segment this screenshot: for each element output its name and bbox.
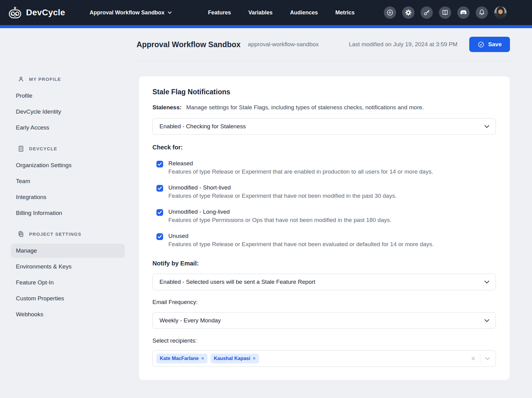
checkbox[interactable] <box>156 161 163 167</box>
email-frequency-label: Email Frequency: <box>152 299 496 306</box>
sidebar-item-label: DevCycle Identity <box>16 108 61 115</box>
sidebar-item[interactable]: Early Access <box>11 121 125 135</box>
sidebar-item[interactable]: Integrations <box>11 190 125 204</box>
check-texts: Released Features of type Release or Exp… <box>168 160 433 175</box>
check-description: Features of type Release or Experiment t… <box>168 193 397 199</box>
remove-tag-icon[interactable]: × <box>253 356 256 361</box>
checkbox[interactable] <box>156 185 163 192</box>
sidebar-section-header: MY PROFILE <box>11 76 135 83</box>
check-row: Released Features of type Release or Exp… <box>152 160 496 175</box>
app-root: DevCycle Approval Workflow Sandbox Featu… <box>0 0 532 398</box>
staleness-label: Staleness: <box>152 104 182 111</box>
navbar-icon-group <box>384 6 507 19</box>
notifications-button[interactable] <box>476 6 488 19</box>
sidebar-items: Organization Settings Team Integrations … <box>11 158 135 220</box>
sidebar-item-label: Billing Information <box>16 210 62 216</box>
recipient-name: Kate MacFarlane <box>160 356 199 361</box>
sidebar-item[interactable]: Organization Settings <box>11 158 125 172</box>
gear-icon <box>405 9 412 16</box>
nav-link[interactable]: Variables <box>248 9 272 16</box>
chevron-down-icon[interactable] <box>485 357 490 360</box>
user-avatar[interactable] <box>494 6 507 19</box>
check-label: Unused <box>168 233 434 239</box>
check-list: Released Features of type Release or Exp… <box>152 160 496 248</box>
devcycle-robot-icon <box>8 6 22 19</box>
recipients-controls: × <box>471 354 490 363</box>
sidebar-section-label: PROJECT SETTINGS <box>29 231 81 237</box>
remove-tag-icon[interactable]: × <box>201 356 204 361</box>
checkbox[interactable] <box>156 209 163 216</box>
chevron-down-icon <box>168 11 172 14</box>
settings-sidebar: MY PROFILE Profile DevCycle Identity <box>0 61 135 398</box>
sidebar-items: Manage Environments & Keys Feature Opt-I… <box>11 244 135 321</box>
notify-by-email-label: Notify by Email: <box>152 260 496 267</box>
plus-circle-icon <box>386 9 394 16</box>
controls-divider <box>480 354 480 363</box>
sidebar-item[interactable]: Webhooks <box>11 307 125 321</box>
checkmark-icon <box>158 235 162 238</box>
key-icon <box>423 9 430 16</box>
check-for-label: Check for: <box>152 144 496 151</box>
frequency-select-value: Weekly - Every Monday <box>159 317 221 324</box>
check-description: Features of type Release or Experiment t… <box>168 241 434 248</box>
chevron-down-icon <box>484 319 489 322</box>
sidebar-item[interactable]: Team <box>11 174 125 188</box>
sidebar-item[interactable]: Environments & Keys <box>11 260 125 274</box>
notify-select[interactable]: Enabled - Selected users will be sent a … <box>152 274 496 290</box>
frequency-select[interactable]: Weekly - Every Monday <box>152 312 496 329</box>
recipients-multiselect[interactable]: Kate MacFarlane × Kaushal Kapasi × × <box>152 350 496 367</box>
brand-name: DevCycle <box>26 8 65 17</box>
staleness-description-line: Staleness: Manage settings for Stale Fla… <box>152 104 496 111</box>
nav-link[interactable]: Metrics <box>335 9 355 16</box>
devcycle-logo[interactable]: DevCycle <box>8 6 65 19</box>
card-title: Stale Flag Notifications <box>152 88 496 96</box>
recipient-tag: Kate MacFarlane × <box>156 354 208 363</box>
settings-button[interactable] <box>402 6 414 19</box>
staleness-select[interactable]: Enabled - Checking for Staleness <box>152 118 496 135</box>
sidebar-item[interactable]: Billing Information <box>11 206 125 220</box>
api-keys-button[interactable] <box>421 6 433 19</box>
sidebar-item[interactable]: Manage <box>11 244 125 258</box>
pages-icon <box>17 231 24 238</box>
check-circle-icon <box>478 41 485 48</box>
sidebar-item-label: Custom Properties <box>16 295 64 302</box>
clear-all-icon[interactable]: × <box>471 355 475 362</box>
check-label: Unmodified - Long-lived <box>168 208 392 215</box>
staleness-select-value: Enabled - Checking for Staleness <box>159 123 246 130</box>
staleness-description: Manage settings for Stale Flags, includi… <box>186 104 424 111</box>
sidebar-item-label: Profile <box>16 92 32 99</box>
check-label: Unmodified - Short-lived <box>168 184 397 191</box>
sidebar-item-label: Team <box>16 178 30 185</box>
main-content: Stale Flag Notifications Staleness: Mana… <box>135 61 532 398</box>
page-slug: approval-workflow-sandbox <box>248 41 319 48</box>
nav-link[interactable]: Features <box>208 9 231 16</box>
create-button[interactable] <box>384 6 396 19</box>
accent-bar <box>0 25 532 28</box>
check-texts: Unmodified - Short-lived Features of typ… <box>168 184 397 199</box>
chevron-down-icon <box>484 280 489 284</box>
stale-flag-card: Stale Flag Notifications Staleness: Mana… <box>138 76 510 381</box>
sidebar-item[interactable]: Profile <box>11 89 125 103</box>
project-selector-dropdown[interactable]: Approval Workflow Sandbox <box>90 9 172 16</box>
save-button[interactable]: Save <box>469 37 510 52</box>
last-modified-text: Last modified on July 19, 2024 at 3:59 P… <box>349 41 458 48</box>
select-recipients-label: Select recipients: <box>152 337 496 344</box>
sidebar-item-label: Feature Opt-In <box>16 279 54 286</box>
discord-button[interactable] <box>457 6 470 19</box>
docs-button[interactable] <box>439 6 451 19</box>
recipient-tag: Kaushal Kapasi × <box>211 354 259 363</box>
checkbox[interactable] <box>156 233 163 240</box>
main-nav: Features Variables Audiences Metrics <box>208 9 354 16</box>
sidebar-item[interactable]: Feature Opt-In <box>11 276 125 290</box>
user-icon <box>17 76 24 83</box>
page-header: Approval Workflow Sandbox approval-workf… <box>0 28 532 61</box>
recipient-name: Kaushal Kapasi <box>214 356 250 361</box>
bell-icon <box>478 9 485 16</box>
sidebar-item[interactable]: DevCycle Identity <box>11 105 125 119</box>
project-selector-label: Approval Workflow Sandbox <box>90 9 165 16</box>
check-row: Unmodified - Long-lived Features of type… <box>152 208 496 223</box>
nav-link[interactable]: Audiences <box>290 9 318 16</box>
sidebar-item-label: Integrations <box>16 194 46 201</box>
sidebar-item[interactable]: Custom Properties <box>11 291 125 306</box>
save-button-label: Save <box>488 41 502 48</box>
